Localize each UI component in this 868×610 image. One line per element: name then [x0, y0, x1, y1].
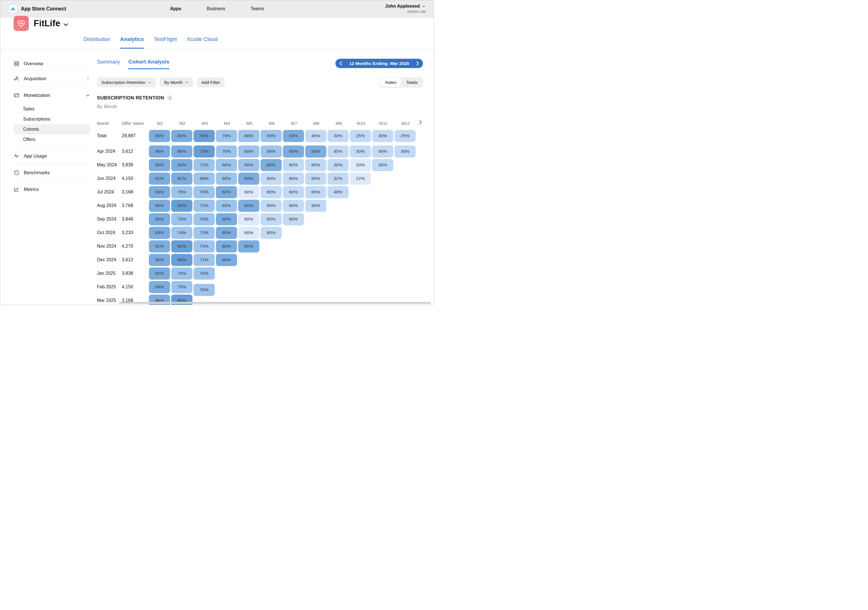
top-nav-teams[interactable]: Teams: [251, 6, 264, 11]
retention-cell[interactable]: 94%: [149, 281, 170, 293]
retention-cell[interactable]: 80%: [171, 130, 192, 142]
retention-cell[interactable]: 60%: [260, 227, 282, 239]
retention-cell[interactable]: 73%: [194, 240, 215, 252]
retention-cell[interactable]: 69%: [194, 173, 215, 185]
retention-cell[interactable]: 30%: [372, 159, 393, 171]
retention-cell[interactable]: 30%: [394, 146, 415, 158]
retention-cell[interactable]: 60%: [238, 200, 259, 212]
toggle-totals[interactable]: Totals: [401, 77, 423, 87]
sidebar-item-app-usage[interactable]: App Usage: [14, 148, 90, 164]
retention-cell[interactable]: 46%: [305, 130, 326, 142]
retention-cell[interactable]: 60%: [283, 213, 304, 225]
retention-cell[interactable]: 68%: [216, 159, 237, 171]
retention-cell[interactable]: 70%: [216, 146, 237, 158]
retention-cell[interactable]: 60%: [305, 200, 326, 212]
tab-distribution[interactable]: Distribution: [83, 36, 110, 49]
retention-cell[interactable]: 50%: [305, 146, 326, 158]
retention-cell[interactable]: 84%: [171, 240, 192, 252]
sidebar-subitem-sales[interactable]: Sales: [14, 104, 90, 114]
retention-cell[interactable]: 58%: [260, 146, 282, 158]
retention-cell[interactable]: 60%: [216, 227, 237, 239]
toggle-rates[interactable]: Rates: [380, 77, 401, 87]
retention-cell[interactable]: 25%: [394, 130, 415, 142]
retention-cell[interactable]: 60%: [260, 173, 282, 185]
retention-cell[interactable]: 45%: [327, 146, 349, 158]
sidebar-item-overview[interactable]: Overview: [14, 57, 90, 70]
retention-cell[interactable]: 66%: [238, 130, 259, 142]
sidebar-subitem-subscriptions[interactable]: Subscriptions: [14, 114, 90, 124]
add-filter-button[interactable]: Add Filter: [197, 77, 224, 87]
retention-cell[interactable]: 48%: [327, 186, 349, 198]
retention-cell[interactable]: 75%: [171, 268, 192, 280]
retention-cell[interactable]: 65%: [238, 146, 259, 158]
retention-cell[interactable]: 60%: [216, 173, 237, 185]
retention-cell[interactable]: 50%: [283, 130, 304, 142]
retention-cell[interactable]: 60%: [283, 159, 304, 171]
app-switcher-chevron-icon[interactable]: [63, 22, 69, 28]
retention-cell[interactable]: 95%: [149, 130, 170, 142]
top-nav-apps[interactable]: Apps: [170, 6, 181, 11]
retention-cell[interactable]: 90%: [149, 254, 170, 266]
retention-cell[interactable]: 20%: [350, 159, 371, 171]
user-menu[interactable]: John Appleseed Nature Lab: [385, 3, 426, 14]
retention-cell[interactable]: 22%: [350, 173, 371, 185]
retention-cell[interactable]: 73%: [171, 213, 192, 225]
retention-cell[interactable]: 85%: [171, 200, 192, 212]
retention-cell[interactable]: 91%: [149, 240, 170, 252]
retention-cell[interactable]: 74%: [194, 130, 215, 142]
retention-cell[interactable]: 96%: [149, 146, 170, 158]
retention-cell[interactable]: 71%: [194, 159, 215, 171]
metric-dropdown[interactable]: Subscription Retention: [97, 77, 156, 87]
retention-cell[interactable]: 59%: [260, 130, 282, 142]
retention-cell[interactable]: 60%: [238, 240, 259, 252]
sidebar-subitem-offers[interactable]: Offers: [14, 135, 90, 145]
retention-cell[interactable]: 93%: [149, 227, 170, 239]
next-period-chevron-icon[interactable]: [416, 61, 419, 66]
retention-cell[interactable]: 30%: [350, 146, 371, 158]
retention-cell[interactable]: 89%: [171, 254, 192, 266]
retention-cell[interactable]: 60%: [305, 159, 326, 171]
retention-cell[interactable]: 72%: [194, 227, 215, 239]
retention-cell[interactable]: 60%: [283, 173, 304, 185]
retention-cell[interactable]: 60%: [238, 186, 259, 198]
retention-cell[interactable]: 83%: [171, 159, 192, 171]
tab-cohort-analysis[interactable]: Cohort Analysis: [128, 59, 169, 69]
retention-cell[interactable]: 95%: [149, 200, 170, 212]
retention-cell[interactable]: 70%: [194, 284, 215, 296]
retention-cell[interactable]: 60%: [238, 227, 259, 239]
retention-cell[interactable]: 91%: [149, 173, 170, 185]
retention-cell[interactable]: 70%: [216, 130, 237, 142]
top-nav-business[interactable]: Business: [207, 6, 225, 11]
retention-cell[interactable]: 60%: [260, 186, 282, 198]
retention-cell[interactable]: 70%: [194, 213, 215, 225]
retention-cell[interactable]: 93%: [149, 186, 170, 198]
retention-cell[interactable]: 45%: [372, 146, 393, 158]
retention-cell[interactable]: 60%: [260, 200, 282, 212]
sidebar-subitem-cohorts[interactable]: Cohorts: [14, 124, 90, 135]
retention-cell[interactable]: 60%: [216, 186, 237, 198]
sidebar-item-metrics[interactable]: Metrics: [14, 181, 90, 197]
retention-cell[interactable]: 60%: [260, 213, 282, 225]
tab-summary[interactable]: Summary: [97, 59, 120, 69]
sidebar-item-acquisition[interactable]: Acquisition: [14, 70, 90, 87]
retention-cell[interactable]: 60%: [283, 186, 304, 198]
app-store-connect-logo[interactable]: [8, 5, 17, 13]
retention-cell[interactable]: 60%: [260, 159, 282, 171]
retention-cell[interactable]: 55%: [283, 146, 304, 158]
retention-cell[interactable]: 81%: [171, 173, 192, 185]
retention-cell[interactable]: 30%: [327, 159, 349, 171]
app-name[interactable]: FitLife: [34, 19, 60, 28]
retention-cell[interactable]: 60%: [216, 240, 237, 252]
retention-cell[interactable]: 60%: [216, 254, 237, 266]
tab-xcode-cloud[interactable]: Xcode Cloud: [187, 36, 217, 49]
retention-cell[interactable]: 30%: [372, 130, 393, 142]
retention-cell[interactable]: 32%: [327, 173, 349, 185]
retention-cell[interactable]: 73%: [194, 146, 215, 158]
retention-cell[interactable]: 30%: [327, 130, 349, 142]
horizontal-scrollbar[interactable]: [119, 302, 431, 304]
retention-cell[interactable]: 60%: [238, 173, 259, 185]
tab-testflight[interactable]: TestFlight: [154, 36, 177, 49]
retention-cell[interactable]: 25%: [350, 130, 371, 142]
retention-cell[interactable]: 85%: [171, 146, 192, 158]
grouping-dropdown[interactable]: By Month: [160, 77, 193, 87]
